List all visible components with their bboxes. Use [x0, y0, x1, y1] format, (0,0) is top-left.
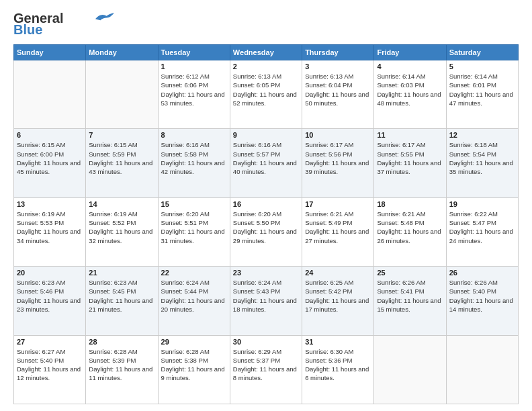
day-number: 9	[233, 131, 299, 139]
calendar-cell: 5Sunrise: 6:14 AM Sunset: 6:01 PM Daylig…	[446, 60, 518, 129]
day-info: Sunrise: 6:29 AM Sunset: 5:37 PM Dayligh…	[233, 347, 299, 383]
day-info: Sunrise: 6:12 AM Sunset: 6:06 PM Dayligh…	[161, 72, 227, 107]
calendar-cell: 24Sunrise: 6:25 AM Sunset: 5:42 PM Dayli…	[302, 267, 374, 335]
calendar-cell: 18Sunrise: 6:21 AM Sunset: 5:48 PM Dayli…	[374, 197, 446, 266]
calendar-cell: 20Sunrise: 6:23 AM Sunset: 5:46 PM Dayli…	[14, 267, 86, 335]
col-header-thursday: Thursday	[302, 45, 374, 60]
calendar-week-row: 6Sunrise: 6:15 AM Sunset: 6:00 PM Daylig…	[14, 129, 519, 197]
col-header-sunday: Sunday	[14, 45, 86, 60]
logo-blue: Blue	[13, 22, 42, 38]
day-number: 20	[17, 269, 83, 277]
calendar-header-row: SundayMondayTuesdayWednesdayThursdayFrid…	[14, 45, 519, 60]
calendar-cell: 30Sunrise: 6:29 AM Sunset: 5:37 PM Dayli…	[230, 335, 302, 404]
calendar-cell	[86, 60, 158, 129]
calendar-cell: 29Sunrise: 6:28 AM Sunset: 5:38 PM Dayli…	[158, 335, 230, 404]
day-info: Sunrise: 6:19 AM Sunset: 5:53 PM Dayligh…	[17, 210, 83, 245]
calendar-cell: 13Sunrise: 6:19 AM Sunset: 5:53 PM Dayli…	[14, 197, 86, 266]
calendar-cell: 31Sunrise: 6:30 AM Sunset: 5:36 PM Dayli…	[302, 335, 374, 404]
day-number: 8	[161, 131, 227, 139]
logo: General Blue	[13, 11, 114, 38]
day-info: Sunrise: 6:24 AM Sunset: 5:44 PM Dayligh…	[161, 278, 227, 314]
day-number: 25	[377, 269, 443, 277]
calendar-cell: 12Sunrise: 6:18 AM Sunset: 5:54 PM Dayli…	[446, 129, 518, 197]
day-number: 1	[161, 62, 227, 71]
calendar-cell: 23Sunrise: 6:24 AM Sunset: 5:43 PM Dayli…	[230, 267, 302, 335]
calendar-cell: 4Sunrise: 6:14 AM Sunset: 6:03 PM Daylig…	[374, 60, 446, 129]
col-header-friday: Friday	[374, 45, 446, 60]
day-number: 16	[233, 200, 299, 208]
day-number: 26	[449, 269, 515, 277]
day-number: 24	[305, 269, 371, 277]
calendar-cell: 15Sunrise: 6:20 AM Sunset: 5:51 PM Dayli…	[158, 197, 230, 266]
calendar-cell: 3Sunrise: 6:13 AM Sunset: 6:04 PM Daylig…	[302, 60, 374, 129]
day-number: 31	[305, 338, 371, 346]
day-number: 23	[233, 269, 299, 277]
col-header-saturday: Saturday	[446, 45, 518, 60]
day-number: 2	[233, 62, 299, 71]
calendar-cell: 6Sunrise: 6:15 AM Sunset: 6:00 PM Daylig…	[14, 129, 86, 197]
col-header-wednesday: Wednesday	[230, 45, 302, 60]
day-number: 29	[161, 338, 227, 346]
day-number: 12	[449, 131, 515, 139]
day-number: 13	[17, 200, 83, 208]
calendar-cell: 17Sunrise: 6:21 AM Sunset: 5:49 PM Dayli…	[302, 197, 374, 266]
day-info: Sunrise: 6:16 AM Sunset: 5:57 PM Dayligh…	[233, 140, 299, 176]
day-info: Sunrise: 6:17 AM Sunset: 5:56 PM Dayligh…	[305, 140, 371, 176]
day-info: Sunrise: 6:23 AM Sunset: 5:46 PM Dayligh…	[17, 278, 83, 314]
col-header-monday: Monday	[86, 45, 158, 60]
day-info: Sunrise: 6:27 AM Sunset: 5:40 PM Dayligh…	[17, 347, 83, 383]
calendar-cell: 14Sunrise: 6:19 AM Sunset: 5:52 PM Dayli…	[86, 197, 158, 266]
day-info: Sunrise: 6:16 AM Sunset: 5:58 PM Dayligh…	[161, 140, 227, 176]
day-number: 27	[17, 338, 83, 346]
calendar-cell: 9Sunrise: 6:16 AM Sunset: 5:57 PM Daylig…	[230, 129, 302, 197]
calendar-table: SundayMondayTuesdayWednesdayThursdayFrid…	[13, 44, 519, 404]
day-info: Sunrise: 6:20 AM Sunset: 5:51 PM Dayligh…	[161, 210, 227, 245]
calendar-cell: 26Sunrise: 6:26 AM Sunset: 5:40 PM Dayli…	[446, 267, 518, 335]
calendar-cell: 7Sunrise: 6:15 AM Sunset: 5:59 PM Daylig…	[86, 129, 158, 197]
day-number: 3	[305, 62, 371, 71]
day-info: Sunrise: 6:26 AM Sunset: 5:40 PM Dayligh…	[449, 278, 515, 314]
day-number: 17	[305, 200, 371, 208]
day-info: Sunrise: 6:17 AM Sunset: 5:55 PM Dayligh…	[377, 140, 443, 176]
day-info: Sunrise: 6:15 AM Sunset: 5:59 PM Dayligh…	[89, 140, 154, 176]
day-info: Sunrise: 6:18 AM Sunset: 5:54 PM Dayligh…	[449, 140, 515, 176]
day-info: Sunrise: 6:19 AM Sunset: 5:52 PM Dayligh…	[89, 210, 154, 245]
day-number: 5	[449, 62, 515, 71]
day-number: 22	[161, 269, 227, 277]
calendar-week-row: 13Sunrise: 6:19 AM Sunset: 5:53 PM Dayli…	[14, 197, 519, 266]
header: General Blue	[13, 11, 519, 38]
day-info: Sunrise: 6:28 AM Sunset: 5:39 PM Dayligh…	[89, 347, 154, 383]
calendar-cell: 27Sunrise: 6:27 AM Sunset: 5:40 PM Dayli…	[14, 335, 86, 404]
day-info: Sunrise: 6:13 AM Sunset: 6:05 PM Dayligh…	[233, 72, 299, 107]
day-info: Sunrise: 6:26 AM Sunset: 5:41 PM Dayligh…	[377, 278, 443, 314]
day-number: 7	[89, 131, 154, 139]
day-number: 30	[233, 338, 299, 346]
day-number: 11	[377, 131, 443, 139]
day-info: Sunrise: 6:21 AM Sunset: 5:48 PM Dayligh…	[377, 210, 443, 245]
day-info: Sunrise: 6:21 AM Sunset: 5:49 PM Dayligh…	[305, 210, 371, 245]
calendar-cell	[14, 60, 86, 129]
day-info: Sunrise: 6:28 AM Sunset: 5:38 PM Dayligh…	[161, 347, 227, 383]
calendar-cell: 28Sunrise: 6:28 AM Sunset: 5:39 PM Dayli…	[86, 335, 158, 404]
day-info: Sunrise: 6:24 AM Sunset: 5:43 PM Dayligh…	[233, 278, 299, 314]
calendar-cell: 2Sunrise: 6:13 AM Sunset: 6:05 PM Daylig…	[230, 60, 302, 129]
page: General Blue SundayMondayTuesdayWednesda…	[0, 0, 532, 411]
day-info: Sunrise: 6:23 AM Sunset: 5:45 PM Dayligh…	[89, 278, 154, 314]
calendar-cell: 11Sunrise: 6:17 AM Sunset: 5:55 PM Dayli…	[374, 129, 446, 197]
day-info: Sunrise: 6:14 AM Sunset: 6:01 PM Dayligh…	[449, 72, 515, 107]
calendar-week-row: 20Sunrise: 6:23 AM Sunset: 5:46 PM Dayli…	[14, 267, 519, 335]
day-number: 14	[89, 200, 154, 208]
day-info: Sunrise: 6:22 AM Sunset: 5:47 PM Dayligh…	[449, 210, 515, 245]
calendar-cell: 16Sunrise: 6:20 AM Sunset: 5:50 PM Dayli…	[230, 197, 302, 266]
calendar-cell: 21Sunrise: 6:23 AM Sunset: 5:45 PM Dayli…	[86, 267, 158, 335]
calendar-cell: 25Sunrise: 6:26 AM Sunset: 5:41 PM Dayli…	[374, 267, 446, 335]
calendar-cell	[374, 335, 446, 404]
day-info: Sunrise: 6:20 AM Sunset: 5:50 PM Dayligh…	[233, 210, 299, 245]
day-info: Sunrise: 6:25 AM Sunset: 5:42 PM Dayligh…	[305, 278, 371, 314]
day-info: Sunrise: 6:15 AM Sunset: 6:00 PM Dayligh…	[17, 140, 83, 176]
day-number: 19	[449, 200, 515, 208]
day-number: 15	[161, 200, 227, 208]
calendar-week-row: 27Sunrise: 6:27 AM Sunset: 5:40 PM Dayli…	[14, 335, 519, 404]
calendar-cell: 22Sunrise: 6:24 AM Sunset: 5:44 PM Dayli…	[158, 267, 230, 335]
day-number: 28	[89, 338, 154, 346]
